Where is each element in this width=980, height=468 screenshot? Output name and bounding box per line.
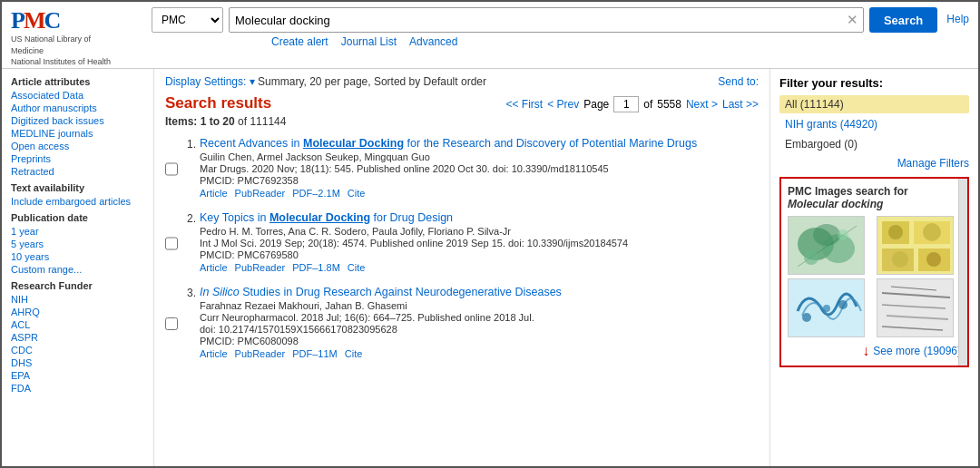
database-select[interactable]: PMC PubMed xyxy=(152,7,223,33)
pagination-prev[interactable]: < Prev xyxy=(547,98,579,111)
article-link-cite-3[interactable]: Cite xyxy=(345,348,363,359)
search-clear-icon[interactable]: ✕ xyxy=(842,12,863,28)
sidebar-link-fda[interactable]: FDA xyxy=(11,383,144,394)
sidebar-link-10years[interactable]: 10 years xyxy=(11,251,144,262)
svg-point-19 xyxy=(838,300,848,309)
see-more-arrow-icon: ↓ xyxy=(862,343,869,359)
article-title-link-2[interactable]: Key Topics in Molecular Docking for Drug… xyxy=(200,211,453,224)
content-area: Display Settings: ▾ Summary, 20 per page… xyxy=(154,69,769,468)
page-of: of xyxy=(643,98,652,111)
sidebar-link-author-manuscripts[interactable]: Author manuscripts xyxy=(11,102,144,113)
article-link-pdf-1[interactable]: PDF–2.1M xyxy=(292,188,340,199)
page-label: Page xyxy=(583,98,609,111)
manage-filters: Manage Filters xyxy=(779,157,969,170)
article-link-pubreader-3[interactable]: PubReader xyxy=(235,348,286,359)
manage-filters-link[interactable]: Manage Filters xyxy=(897,157,969,170)
svg-point-17 xyxy=(802,313,811,322)
article-checkbox-2[interactable] xyxy=(165,214,178,273)
sidebar-link-epa[interactable]: EPA xyxy=(11,370,144,381)
sidebar-link-retracted[interactable]: Retracted xyxy=(11,166,144,177)
article-links-3: Article PubReader PDF–11M Cite xyxy=(200,348,759,359)
sidebar-link-digitized-back-issues[interactable]: Digitized back issues xyxy=(11,115,144,126)
article-link-cite-2[interactable]: Cite xyxy=(348,262,366,273)
filter-all[interactable]: All (111144) xyxy=(779,95,969,113)
pmc-logo: PMC xyxy=(11,9,142,33)
sidebar-link-associated-data[interactable]: Associated Data xyxy=(11,90,144,101)
pagination-first[interactable]: << First xyxy=(506,98,544,111)
logo-area: PMC US National Library of Medicine Nati… xyxy=(11,7,142,68)
article-title-link-3[interactable]: In Silico Studies in Drug Research Again… xyxy=(200,286,562,298)
article-journal-2: Int J Mol Sci. 2019 Sep; 20(18): 4574. P… xyxy=(200,238,759,249)
sidebar-section-text-availability: Text availability xyxy=(11,182,144,193)
article-checkbox-3[interactable] xyxy=(165,288,178,359)
article-body-3: In Silico Studies in Drug Research Again… xyxy=(200,286,759,359)
sidebar-link-open-access[interactable]: Open access xyxy=(11,141,144,151)
pagination-last[interactable]: Last >> xyxy=(722,98,759,111)
article-link-pdf-3[interactable]: PDF–11M xyxy=(292,348,338,359)
sidebar-link-include-embargoed[interactable]: Include embargoed articles xyxy=(11,196,144,207)
search-input[interactable] xyxy=(230,14,842,27)
article-links-1: Article PubReader PDF–2.1M Cite xyxy=(200,188,759,199)
filter-embargoed[interactable]: Embargoed (0) xyxy=(779,135,969,153)
sidebar-link-preprints[interactable]: Preprints xyxy=(11,153,144,164)
article-link-article-1[interactable]: Article xyxy=(200,188,228,199)
search-button[interactable]: Search xyxy=(869,7,937,33)
article-pmcid-3: PMCID: PMC6080098 xyxy=(200,336,759,346)
see-more-link[interactable]: See more (19096) xyxy=(873,345,961,357)
article-authors-1: Guilin Chen, Armel Jackson Seukep, Mingq… xyxy=(200,151,759,162)
images-grid xyxy=(788,216,961,337)
pagination: << First < Prev Page of 5558 Next > Last… xyxy=(506,96,760,112)
image-cell-4[interactable] xyxy=(877,278,954,337)
image-cell-2[interactable] xyxy=(877,216,954,275)
article-num-3: 3. xyxy=(181,286,196,359)
article-link-pdf-2[interactable]: PDF–1.8M xyxy=(292,262,340,273)
svg-point-3 xyxy=(813,224,840,246)
see-more-row: ↓ See more (19096) xyxy=(788,343,961,359)
article-title-2: Key Topics in Molecular Docking for Drug… xyxy=(200,211,759,224)
image-cell-3[interactable] xyxy=(788,278,865,337)
sidebar-link-custom-range[interactable]: Custom range... xyxy=(11,264,144,275)
article-link-pubreader-2[interactable]: PubReader xyxy=(235,262,286,273)
sidebar-link-cdc[interactable]: CDC xyxy=(11,345,144,356)
article-title-3: In Silico Studies in Drug Research Again… xyxy=(200,286,759,298)
article-num-2: 2. xyxy=(181,211,196,273)
sidebar: Article attributes Associated Data Autho… xyxy=(2,69,154,468)
article-link-article-3[interactable]: Article xyxy=(200,348,228,359)
journal-list-link[interactable]: Journal List xyxy=(341,35,397,48)
filter-nih-grants[interactable]: NIH grants (44920) xyxy=(779,115,969,133)
images-scroll-bar[interactable] xyxy=(958,179,967,366)
article-link-pubreader-1[interactable]: PubReader xyxy=(235,188,286,199)
article-checkbox-1[interactable] xyxy=(165,140,178,199)
article-authors-2: Pedro H. M. Torres, Ana C. R. Sodero, Pa… xyxy=(200,226,759,237)
pagination-next[interactable]: Next > xyxy=(686,98,718,111)
page-number-input[interactable] xyxy=(613,96,639,112)
article-links-2: Article PubReader PDF–1.8M Cite xyxy=(200,262,759,273)
article-title-link-1[interactable]: Recent Advances in Molecular Docking for… xyxy=(200,137,697,150)
pmc-images-title: PMC Images search for Molecular docking xyxy=(788,185,961,210)
items-count: Items: 1 to 20 of 111144 xyxy=(165,115,759,128)
help-link[interactable]: Help xyxy=(946,7,969,25)
sidebar-link-dhs[interactable]: DHS xyxy=(11,357,144,368)
sidebar-link-nih[interactable]: NIH xyxy=(11,294,144,305)
sidebar-link-aspr[interactable]: ASPR xyxy=(11,332,144,343)
sidebar-link-5years[interactable]: 5 years xyxy=(11,239,144,249)
sidebar-link-acl[interactable]: ACL xyxy=(11,319,144,330)
sidebar-section-research-funder: Research Funder xyxy=(11,280,144,291)
create-alert-link[interactable]: Create alert xyxy=(271,35,328,48)
article-link-cite-1[interactable]: Cite xyxy=(348,188,366,199)
article-item: 3. In Silico Studies in Drug Research Ag… xyxy=(165,286,759,359)
article-pmcid-2: PMCID: PMC6769580 xyxy=(200,249,759,260)
article-body-2: Key Topics in Molecular Docking for Drug… xyxy=(200,211,759,273)
pmc-images-box: PMC Images search for Molecular docking xyxy=(779,177,969,367)
sidebar-link-ahrq[interactable]: AHRQ xyxy=(11,307,144,317)
sidebar-link-medline-journals[interactable]: MEDLINE journals xyxy=(11,128,144,139)
svg-point-18 xyxy=(823,305,830,312)
sidebar-section-article-attributes: Article attributes xyxy=(11,76,144,87)
sidebar-link-1year[interactable]: 1 year xyxy=(11,226,144,237)
right-panel: Filter your results: All (111144) NIH gr… xyxy=(769,69,978,468)
advanced-link[interactable]: Advanced xyxy=(409,35,457,48)
display-settings-link[interactable]: Display Settings: ▾ xyxy=(165,75,255,88)
image-cell-1[interactable] xyxy=(788,216,865,275)
send-to-link[interactable]: Send to: xyxy=(718,75,759,88)
article-link-article-2[interactable]: Article xyxy=(200,262,228,273)
